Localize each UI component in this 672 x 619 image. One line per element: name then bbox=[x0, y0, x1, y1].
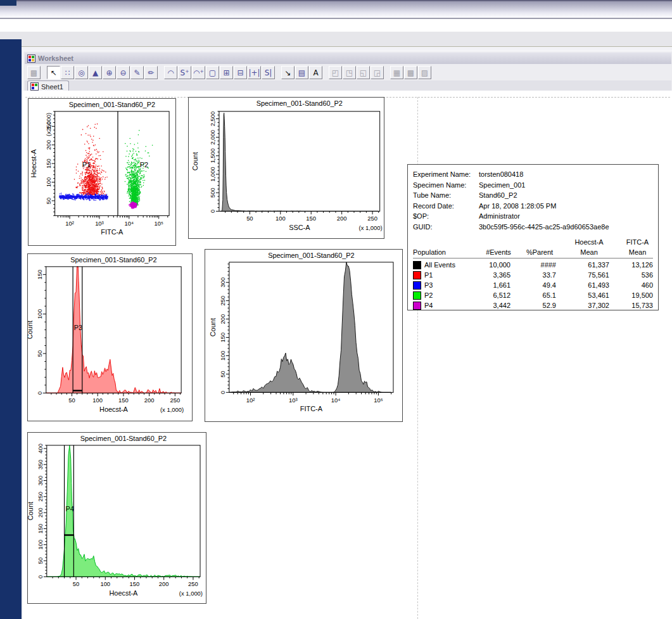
pointer-tool-button[interactable]: ↖ bbox=[47, 66, 60, 79]
population-name-cell: P4 bbox=[413, 300, 480, 310]
svg-text:Specimen_001-Stand60_P2: Specimen_001-Stand60_P2 bbox=[69, 101, 155, 108]
worksheet-titlebar[interactable]: Worksheet bbox=[25, 53, 671, 64]
svg-text:(x 1,000): (x 1,000) bbox=[45, 113, 52, 136]
svg-text:150: 150 bbox=[37, 524, 44, 534]
statistics-view[interactable]: Experiment Name:torsten080418Specimen Na… bbox=[407, 164, 659, 310]
histogram-ssc[interactable]: Specimen_001-Stand60_P250100150200250SSC… bbox=[188, 97, 384, 239]
svg-text:P3: P3 bbox=[74, 324, 82, 331]
stats-info-label: Experiment Name: bbox=[413, 170, 479, 178]
stats-info-label: $OP: bbox=[413, 212, 479, 220]
svg-text:P1: P1 bbox=[82, 161, 91, 169]
svg-text:10³: 10³ bbox=[289, 397, 298, 404]
svg-text:10⁴: 10⁴ bbox=[331, 397, 341, 404]
edit-worksheet-tool-button[interactable]: ✎ bbox=[130, 66, 144, 79]
svg-text:1,500: 1,500 bbox=[209, 148, 216, 163]
population-row[interactable]: P31,66149.461,493460 bbox=[413, 280, 653, 290]
svg-text:200: 200 bbox=[159, 580, 169, 587]
arrow-annotation-tool-button[interactable]: ↘ bbox=[281, 66, 295, 79]
population-name-cell: P2 bbox=[413, 290, 480, 300]
zoom-out-tool-button[interactable]: ⊖ bbox=[117, 66, 130, 79]
page-layout-button: ▩ bbox=[27, 66, 41, 79]
population-color-swatch bbox=[413, 261, 421, 269]
svg-text:100: 100 bbox=[45, 177, 52, 188]
svg-text:250: 250 bbox=[188, 580, 198, 587]
population-row[interactable]: P43,44252.937,30215,733 bbox=[413, 300, 653, 310]
polygon-gate-tool-button[interactable]: ◠ bbox=[164, 66, 177, 79]
population-row[interactable]: All Events10,000####61,33713,126 bbox=[413, 260, 653, 270]
svg-text:50: 50 bbox=[36, 350, 43, 357]
svg-text:50: 50 bbox=[45, 198, 52, 204]
svg-text:250: 250 bbox=[367, 215, 377, 222]
population-row[interactable]: P26,51265.153,46119,500 bbox=[413, 290, 653, 300]
population-name: P2 bbox=[424, 291, 433, 299]
svg-text:50: 50 bbox=[68, 397, 75, 404]
population-table-header: Hoecst-AFITC-APopulation#Events%ParentMe… bbox=[413, 237, 653, 257]
top-corner-block bbox=[0, 0, 16, 6]
svg-text:150: 150 bbox=[45, 158, 52, 169]
population-row[interactable]: P13,36533.775,561536 bbox=[413, 270, 653, 280]
worksheet-canvas[interactable]: Specimen_001-Stand60_P210²10³10⁴10⁵FITC-… bbox=[23, 91, 672, 619]
svg-text:0: 0 bbox=[37, 575, 44, 578]
population-cell: 10,000 bbox=[480, 260, 517, 270]
stats-info-row: Tube Name:Stand60_P2 bbox=[413, 190, 653, 201]
stats-view-tool-button[interactable]: ▤ bbox=[295, 66, 308, 79]
interval-gate-tool-button[interactable]: |+| bbox=[248, 66, 261, 79]
snap-polygon-gate-tool-button[interactable]: S⁺ bbox=[178, 66, 191, 79]
svg-text:150: 150 bbox=[118, 397, 129, 404]
dot-plot-fitc-vs-hoecst[interactable]: Specimen_001-Stand60_P210²10³10⁴10⁵FITC-… bbox=[28, 98, 176, 246]
svg-text:(x 1,000): (x 1,000) bbox=[160, 406, 184, 413]
contour-plot-tool-button[interactable]: ◎ bbox=[75, 66, 88, 79]
population-cell: 52.9 bbox=[517, 300, 562, 310]
population-color-swatch bbox=[413, 281, 421, 290]
svg-text:(x 1,000): (x 1,000) bbox=[359, 224, 383, 231]
align-left-button: ◰ bbox=[329, 66, 342, 79]
svg-text:Specimen_001-Stand60_P2: Specimen_001-Stand60_P2 bbox=[268, 252, 354, 259]
population-cell: 3,365 bbox=[480, 270, 517, 280]
match-size-button: ▨ bbox=[418, 66, 431, 79]
svg-text:100: 100 bbox=[276, 215, 286, 222]
histogram-hoecst-p2[interactable]: Specimen_001-Stand60_P250100150200250Hoe… bbox=[27, 432, 206, 604]
svg-text:200: 200 bbox=[337, 215, 347, 222]
quadrant-gate-tool-button[interactable]: ⊞ bbox=[220, 66, 233, 79]
dot-plot-tool-button[interactable]: ∷ bbox=[61, 66, 74, 79]
population-color-swatch bbox=[413, 271, 421, 279]
auto-polygon-gate-tool-button[interactable]: ◠⁺ bbox=[192, 66, 205, 79]
stats-info-value: Specimen_001 bbox=[479, 181, 525, 189]
stats-info-label: GUID: bbox=[413, 223, 479, 231]
population-cell: FITC-A bbox=[616, 237, 659, 247]
svg-text:150: 150 bbox=[306, 215, 316, 222]
rectangle-gate-tool-button[interactable]: ▢ bbox=[206, 66, 219, 79]
population-cell: 53,461 bbox=[562, 290, 616, 300]
svg-text:Hoecst-A: Hoecst-A bbox=[30, 149, 37, 178]
histogram-hoecst-p1[interactable]: Specimen_001-Stand60_P250100150200250Hoe… bbox=[27, 253, 193, 421]
svg-text:300: 300 bbox=[37, 476, 44, 486]
svg-text:200: 200 bbox=[144, 397, 155, 404]
histogram-tool-button[interactable]: ▲ bbox=[89, 66, 102, 79]
interval-split-tool-button[interactable]: ⊟ bbox=[234, 66, 247, 79]
zoom-in-tool-button[interactable]: ⊕ bbox=[103, 66, 116, 79]
histogram-fitc-p2[interactable]: Specimen_001-Stand60_P210²10³10⁴10⁵FITC-… bbox=[205, 249, 403, 422]
population-cell: 536 bbox=[616, 270, 659, 280]
snap-interval-gate-tool-button[interactable]: S| bbox=[262, 66, 275, 79]
svg-text:FITC-A: FITC-A bbox=[300, 405, 323, 412]
svg-text:0: 0 bbox=[209, 210, 216, 213]
population-name: All Events bbox=[424, 261, 455, 269]
stats-info-value: Apr 18, 2008 1:28:05 PM bbox=[479, 202, 556, 210]
toolbar-group: ◰◳◱◲ bbox=[329, 66, 384, 79]
edit-properties-tool-button[interactable]: ✏ bbox=[144, 66, 158, 79]
svg-text:250: 250 bbox=[170, 397, 181, 404]
align-bottom-button: ◲ bbox=[371, 66, 384, 79]
population-cell bbox=[480, 237, 517, 247]
population-cell: %Parent bbox=[517, 247, 562, 257]
population-color-swatch bbox=[413, 302, 421, 310]
secondary-strip bbox=[0, 32, 672, 47]
top-border bbox=[0, 0, 672, 1]
population-table: Hoecst-AFITC-APopulation#Events%ParentMe… bbox=[413, 237, 653, 310]
align-right-button: ◳ bbox=[343, 66, 356, 79]
population-name: P1 bbox=[424, 271, 433, 279]
text-tool-button[interactable]: A bbox=[309, 66, 322, 79]
stats-info-label: Tube Name: bbox=[413, 191, 479, 199]
svg-text:SSC-A: SSC-A bbox=[289, 224, 310, 231]
header-rule bbox=[413, 258, 653, 258]
population-cell: 15,733 bbox=[616, 300, 659, 310]
